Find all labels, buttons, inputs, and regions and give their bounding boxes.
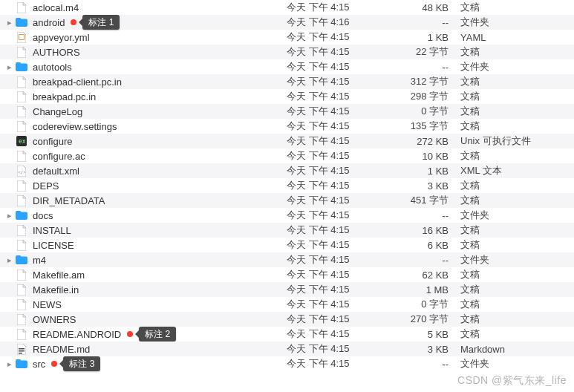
- file-row[interactable]: ▸OWNERS今天 下午 4:15270 字节文稿: [0, 312, 574, 327]
- file-name[interactable]: docs: [33, 210, 53, 221]
- file-name[interactable]: ChangeLog: [33, 106, 82, 117]
- file-kind: 文稿: [457, 75, 574, 88]
- file-kind: 文件夹: [457, 253, 574, 267]
- file-size: 1 KB: [383, 32, 457, 43]
- file-kind: 文件夹: [457, 16, 574, 29]
- file-kind: 文稿: [457, 120, 574, 133]
- name-column: ▸android标注 1: [4, 15, 287, 30]
- file-size: 10 KB: [383, 151, 457, 162]
- file-name[interactable]: breakpad-client.pc.in: [33, 76, 122, 88]
- file-name[interactable]: NEWS: [33, 299, 62, 310]
- file-row[interactable]: ▸AUTHORS今天 下午 4:1522 字节文稿: [0, 45, 574, 59]
- file-name[interactable]: codereview.settings: [33, 121, 117, 132]
- file-row[interactable]: ▸breakpad.pc.in今天 下午 4:15298 字节文稿: [0, 89, 574, 104]
- file-kind: 文稿: [457, 268, 574, 281]
- folder-icon: [15, 254, 28, 266]
- file-name[interactable]: DEPS: [33, 180, 59, 192]
- file-name[interactable]: m4: [33, 255, 46, 266]
- name-column: ▸appveyor.yml: [4, 31, 287, 43]
- file-kind: 文稿: [457, 1, 574, 14]
- file-row[interactable]: ▸appveyor.yml今天 下午 4:151 KBYAML: [0, 30, 574, 45]
- date-modified: 今天 下午 4:15: [287, 283, 383, 296]
- file-name[interactable]: appveyor.yml: [33, 32, 90, 43]
- file-row[interactable]: ▸docs今天 下午 4:15--文件夹: [0, 208, 574, 223]
- file-name[interactable]: default.xml: [33, 166, 79, 177]
- disclosure-triangle-icon[interactable]: ▸: [4, 211, 15, 220]
- file-kind: 文件夹: [457, 357, 574, 370]
- file-kind: 文稿: [457, 45, 574, 59]
- file-row[interactable]: ▸configure.ac今天 下午 4:1510 KB文稿: [0, 148, 574, 163]
- file-row[interactable]: ▸INSTALL今天 下午 4:1516 KB文稿: [0, 223, 574, 238]
- file-size: 3 KB: [383, 344, 457, 355]
- file-kind: 文稿: [457, 238, 574, 252]
- file-name[interactable]: android: [33, 17, 65, 28]
- folder-icon: [15, 358, 28, 370]
- file-name[interactable]: LICENSE: [33, 240, 74, 251]
- file-row[interactable]: ▸android标注 1今天 下午 4:16--文件夹: [0, 15, 574, 30]
- file-row[interactable]: ▸autotools今天 下午 4:15--文件夹: [0, 59, 574, 74]
- disclosure-triangle-icon[interactable]: ▸: [4, 255, 15, 265]
- name-column: ▸codereview.settings: [4, 120, 287, 132]
- file-row[interactable]: ▸aclocal.m4今天 下午 4:1548 KB文稿: [0, 0, 574, 15]
- file-row[interactable]: ▸README.md今天 下午 4:153 KBMarkdown: [0, 342, 574, 356]
- name-column: ▸configure.ac: [4, 150, 287, 162]
- file-row[interactable]: ▸NEWS今天 下午 4:150 字节文稿: [0, 297, 574, 312]
- date-modified: 今天 下午 4:15: [287, 223, 383, 237]
- date-modified: 今天 下午 4:15: [287, 342, 383, 356]
- file-row[interactable]: ▸ChangeLog今天 下午 4:150 字节文稿: [0, 104, 574, 119]
- date-modified: 今天 下午 4:15: [287, 268, 383, 281]
- file-row[interactable]: ▸LICENSE今天 下午 4:156 KB文稿: [0, 238, 574, 252]
- file-row[interactable]: ▸DIR_METADATA今天 下午 4:15451 字节文稿: [0, 193, 574, 208]
- name-column: ▸NEWS: [4, 298, 287, 310]
- file-icon: [15, 150, 28, 162]
- file-name[interactable]: configure: [33, 136, 72, 147]
- file-size: 16 KB: [383, 225, 457, 236]
- disclosure-triangle-icon[interactable]: ▸: [4, 18, 15, 27]
- file-name[interactable]: configure.ac: [33, 151, 85, 162]
- file-name[interactable]: autotools: [33, 62, 72, 73]
- file-name[interactable]: OWNERS: [33, 314, 76, 325]
- folder-icon: [15, 209, 28, 221]
- file-name[interactable]: Makefile.am: [33, 270, 85, 281]
- disclosure-triangle-icon[interactable]: ▸: [4, 62, 15, 72]
- file-row[interactable]: ▸exconfigure今天 下午 4:15272 KBUnix 可执行文件: [0, 134, 574, 148]
- tag-red-icon: [51, 361, 57, 367]
- file-kind: 文稿: [457, 223, 574, 237]
- file-name[interactable]: src: [33, 359, 45, 370]
- file-row[interactable]: ▸Makefile.am今天 下午 4:1562 KB文稿: [0, 267, 574, 282]
- file-row[interactable]: ▸</>default.xml今天 下午 4:151 KBXML 文本: [0, 163, 574, 178]
- file-row[interactable]: ▸README.ANDROID标注 2今天 下午 4:155 KB文稿: [0, 327, 574, 342]
- yaml-icon: [15, 31, 28, 43]
- file-size: 0 字节: [383, 105, 457, 118]
- file-kind: YAML: [457, 32, 574, 43]
- name-column: ▸exconfigure: [4, 135, 287, 147]
- file-row[interactable]: ▸src标注 3今天 下午 4:15--文件夹: [0, 356, 574, 371]
- file-name[interactable]: INSTALL: [33, 225, 71, 236]
- file-size: 6 KB: [383, 240, 457, 251]
- file-listing: ▸aclocal.m4今天 下午 4:1548 KB文稿▸android标注 1…: [0, 0, 574, 371]
- name-column: ▸INSTALL: [4, 224, 287, 236]
- annotation-label: 标注 2: [139, 327, 176, 342]
- annotation-label: 标注 1: [82, 15, 120, 30]
- date-modified: 今天 下午 4:15: [287, 90, 383, 103]
- file-name[interactable]: Makefile.in: [33, 284, 79, 295]
- file-icon: [15, 313, 28, 325]
- file-name[interactable]: README.md: [33, 344, 90, 355]
- file-kind: Markdown: [457, 344, 574, 355]
- file-row[interactable]: ▸Makefile.in今天 下午 4:151 MB文稿: [0, 282, 574, 297]
- file-icon: [15, 120, 28, 132]
- file-name[interactable]: README.ANDROID: [33, 329, 121, 340]
- file-row[interactable]: ▸DEPS今天 下午 4:153 KB文稿: [0, 178, 574, 193]
- file-row[interactable]: ▸m4今天 下午 4:15--文件夹: [0, 252, 574, 267]
- file-name[interactable]: AUTHORS: [33, 47, 80, 58]
- date-modified: 今天 下午 4:15: [287, 179, 383, 192]
- name-column: ▸breakpad-client.pc.in: [4, 76, 287, 88]
- disclosure-triangle-icon[interactable]: ▸: [4, 359, 15, 369]
- file-name[interactable]: DIR_METADATA: [33, 195, 105, 206]
- file-size: --: [383, 17, 457, 28]
- file-row[interactable]: ▸breakpad-client.pc.in今天 下午 4:15312 字节文稿: [0, 74, 574, 89]
- file-name[interactable]: breakpad.pc.in: [33, 91, 96, 102]
- file-name[interactable]: aclocal.m4: [33, 2, 79, 13]
- svg-rect-4: [19, 348, 25, 350]
- file-row[interactable]: ▸codereview.settings今天 下午 4:15135 字节文稿: [0, 119, 574, 134]
